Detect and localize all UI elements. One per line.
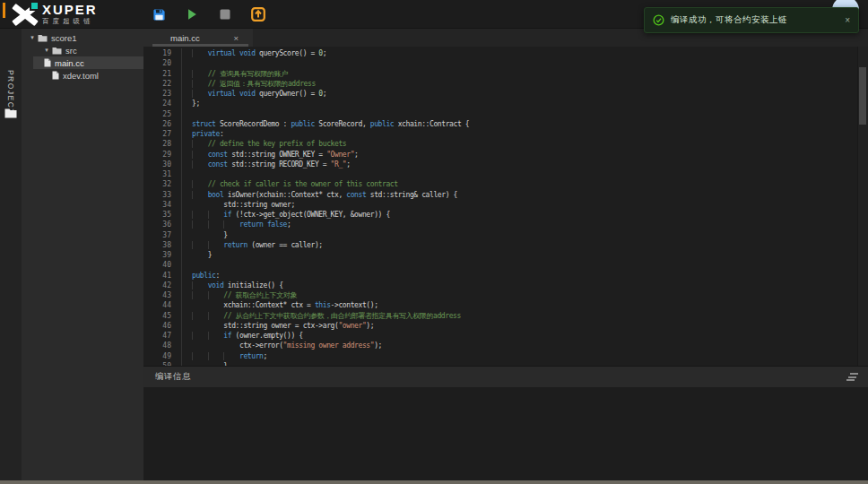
run-button[interactable]: [182, 4, 202, 24]
file-icon: [44, 58, 51, 67]
toast-close-icon[interactable]: ×: [845, 16, 850, 25]
line-number: 29: [143, 150, 182, 160]
code-line[interactable]: 32 // check if caller is the owner of th…: [143, 179, 868, 189]
project-explorer-folder-icon[interactable]: [4, 108, 17, 118]
compile-info-header[interactable]: 编译信息: [143, 366, 868, 387]
line-number: 21: [143, 69, 182, 79]
code-line[interactable]: 28 // define the key prefix of buckets: [143, 139, 868, 149]
code-line[interactable]: 39 }: [143, 250, 868, 260]
success-check-icon: [653, 14, 664, 26]
code-line[interactable]: 24};: [143, 99, 868, 108]
save-button[interactable]: [149, 4, 169, 24]
tree-item-label: xdev.toml: [63, 71, 99, 81]
code-line[interactable]: 35 if (!ctx->get_object(OWNER_KEY, &owne…: [143, 210, 868, 220]
line-number: 33: [143, 190, 182, 200]
xuper-ide-window: XUPER 百度超级链: [0, 0, 868, 484]
folder-icon: [38, 34, 48, 42]
line-number: 36: [143, 220, 182, 229]
line-number: 22: [143, 79, 182, 89]
toast-message: 编译成功，可将合约安装上链: [671, 14, 787, 26]
tab-close-icon[interactable]: ×: [233, 33, 239, 43]
tab-label: main.cc: [170, 33, 200, 43]
line-number: 30: [143, 160, 182, 169]
tab-scroll-indicator: [152, 44, 248, 47]
code-line[interactable]: 26struct ScoreRecordDemo : public ScoreR…: [143, 119, 868, 129]
line-number: 38: [143, 240, 182, 250]
stop-button[interactable]: [215, 4, 235, 24]
code-line[interactable]: 27private:: [143, 129, 868, 139]
code-line[interactable]: 36 return false;: [143, 220, 868, 229]
code-line[interactable]: 43 // 获取合约上下文对象: [143, 290, 868, 300]
brand-subtitle: 百度超级链: [42, 17, 98, 26]
code-line[interactable]: 23 virtual void queryOwner() = 0;: [143, 89, 868, 99]
code-editor[interactable]: 19 virtual void queryScore() = 0;2021 //…: [143, 47, 868, 366]
code-line[interactable]: 31: [143, 169, 868, 179]
brand-title: XUPER: [42, 3, 98, 17]
brand-block: XUPER 百度超级链: [42, 3, 98, 26]
code-line[interactable]: 19 virtual void queryScore() = 0;: [143, 48, 868, 58]
code-line[interactable]: 37 }: [143, 230, 868, 240]
line-number: 40: [143, 260, 182, 270]
caret-down-icon: ▾: [41, 47, 52, 54]
tree-item-score1[interactable]: ▾score1: [22, 31, 143, 44]
code-line[interactable]: 34 std::string owner;: [143, 200, 868, 210]
file-icon: [52, 71, 59, 80]
line-number: 31: [143, 169, 182, 179]
tree-item-label: src: [65, 46, 77, 56]
code-line[interactable]: 29 const std::string OWNER_KEY = "Owner"…: [143, 150, 868, 160]
folder-icon: [52, 47, 62, 55]
line-number: 35: [143, 210, 182, 220]
line-number: 41: [143, 271, 182, 281]
line-number: 44: [143, 300, 182, 310]
upload-icon: [251, 7, 265, 22]
code-line[interactable]: 40: [143, 260, 868, 270]
line-number: 25: [143, 109, 182, 119]
sidebar-file-tree: ▾score1▾src▾main.cc▾xdev.toml: [22, 29, 143, 480]
line-number: 24: [143, 99, 182, 108]
code-line[interactable]: 42 void initialize() {: [143, 281, 868, 290]
line-number: 27: [143, 129, 182, 139]
line-number: 45: [143, 311, 182, 321]
stop-icon: [220, 9, 230, 20]
window-accent-mark: [3, 3, 5, 18]
tree-item-label: score1: [51, 33, 77, 43]
line-number: 26: [143, 119, 182, 129]
code-line[interactable]: 46 std::string owner = ctx->arg("owner")…: [143, 321, 868, 331]
run-icon: [186, 8, 198, 21]
editor-scrollbar-track[interactable]: [857, 47, 868, 366]
code-line[interactable]: 21 // 查询具有写权限的账户: [143, 69, 868, 79]
toolbar: [143, 0, 268, 29]
deploy-button[interactable]: [248, 4, 268, 24]
save-icon: [152, 8, 166, 22]
editor-scrollbar-thumb[interactable]: [859, 67, 866, 125]
code-line[interactable]: 25: [143, 109, 868, 119]
line-number: 47: [143, 331, 182, 341]
line-number: 23: [143, 89, 182, 99]
toast-notification: 编译成功，可将合约安装上链 ×: [644, 7, 859, 33]
line-number: 46: [143, 321, 182, 331]
code-line[interactable]: 45 // 从合约上下文中获取合约参数，由合约部署者指定具有写入权限的addre…: [143, 311, 868, 321]
stacked-lines-icon[interactable]: [848, 373, 856, 381]
code-line[interactable]: 33 bool isOwner(xchain::Context* ctx, co…: [143, 190, 868, 200]
code-line[interactable]: 20: [143, 58, 868, 68]
code-line[interactable]: 49 return;: [143, 351, 868, 361]
line-number: 19: [143, 48, 182, 58]
code-line[interactable]: 48 ctx->error("missing owner address");: [143, 341, 868, 350]
compile-info-panel: 编译信息: [143, 366, 868, 480]
code-line[interactable]: 22 // 返回值：具有写权限的address: [143, 79, 868, 89]
line-number: 43: [143, 290, 182, 300]
code-line[interactable]: 38 return (owner == caller);: [143, 240, 868, 250]
line-number: 37: [143, 230, 182, 240]
tree-item-main-cc[interactable]: ▾main.cc: [33, 56, 143, 69]
activity-bar: PROJECT: [0, 29, 22, 480]
compile-info-title: 编译信息: [155, 371, 191, 383]
code-line[interactable]: 30 const std::string RECORD_KEY = "R_";: [143, 160, 868, 169]
file-tree: ▾score1▾src▾main.cc▾xdev.toml: [22, 31, 143, 82]
tree-item-xdev-toml[interactable]: ▾xdev.toml: [22, 69, 143, 82]
code-line[interactable]: 44 xchain::Context* ctx = this->context(…: [143, 300, 868, 310]
code-line[interactable]: 41public:: [143, 271, 868, 281]
line-number: 20: [143, 58, 182, 68]
line-number: 49: [143, 351, 182, 361]
code-line[interactable]: 47 if (owner.empty()) {: [143, 331, 868, 341]
tree-item-src[interactable]: ▾src: [22, 44, 143, 56]
